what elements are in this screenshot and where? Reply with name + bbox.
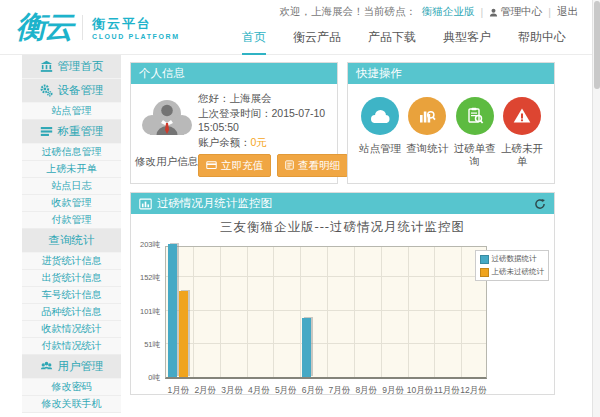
- chart-panel: 过磅情况月统计监控图 三友衡猫企业版---过磅情况月统计监控图 0吨51吨101…: [130, 192, 555, 395]
- brand-name-en: CLOUD PLATFORM: [92, 33, 180, 40]
- recharge-button[interactable]: 立即充值: [198, 154, 271, 177]
- sidebar-item-site-log[interactable]: 站点日志: [22, 178, 121, 195]
- chart-bar: [168, 244, 177, 377]
- sidebar-item-device-mgmt[interactable]: 设备管理: [22, 79, 121, 103]
- quick-action-site-mgmt[interactable]: 站点管理: [357, 97, 403, 168]
- quick-actions-body: 站点管理 查询统计 过磅单查询 上磅未开单: [348, 84, 554, 168]
- chart-x-axis: 1月份2月份3月份4月份5月份6月份7月份8月份9月份10月份11月份12月份: [165, 385, 487, 397]
- y-tick-label: 203吨: [140, 240, 160, 250]
- x-tick-label: 10月份: [407, 385, 434, 397]
- gridline-vertical: [434, 247, 435, 377]
- gridline-vertical: [220, 247, 221, 377]
- balance-label: 账户余额：: [198, 136, 251, 148]
- chart-panel-header: 过磅情况月统计监控图: [131, 193, 554, 214]
- profile-buttons: 立即充值 查看明细: [198, 154, 348, 177]
- nav-tab-help[interactable]: 帮助中心: [518, 29, 566, 55]
- sidebar-item-on-scale-unbilled[interactable]: 上磅未开单: [22, 161, 121, 178]
- sidebar-item-change-password[interactable]: 修改密码: [22, 379, 121, 396]
- chart-search-icon: [408, 97, 446, 135]
- refresh-icon[interactable]: [534, 198, 546, 210]
- gridline-vertical: [300, 247, 301, 377]
- sidebar-item-payment-mgmt[interactable]: 付款管理: [22, 212, 121, 229]
- sidebar-item-vehicle-stats[interactable]: 车号统计信息: [22, 287, 121, 304]
- logout-link[interactable]: 退出: [557, 5, 578, 19]
- sidebar-item-variety-stats[interactable]: 品种统计信息: [22, 304, 121, 321]
- chart-legend: 过磅数据统计上磅未过磅统计: [475, 250, 550, 281]
- sidebar-item-weigh-info[interactable]: 过磅信息管理: [22, 144, 121, 161]
- admin-person-icon: [489, 8, 498, 17]
- quick-action-weigh-slip-query[interactable]: 过磅单查询: [452, 97, 498, 168]
- last-login-line1: 上次登录时间：2015-07-10: [198, 106, 348, 121]
- sidebar-item-receipt-stats[interactable]: 收款情况统计: [22, 321, 121, 338]
- chart-body: 三友衡猫企业版---过磅情况月统计监控图 0吨51吨101吨152吨203吨 1…: [131, 219, 554, 399]
- sidebar-item-admin-home[interactable]: 管理首页: [22, 55, 121, 79]
- sidebar-item-user-mgmt[interactable]: 用户管理: [22, 355, 121, 379]
- sidebar-item-weigh-mgmt[interactable]: 称重管理: [22, 120, 121, 144]
- gridline-horizontal: [166, 310, 486, 311]
- view-details-button[interactable]: 查看明细: [277, 154, 348, 177]
- chart-title: 三友衡猫企业版---过磅情况月统计监控图: [131, 219, 554, 236]
- logo[interactable]: 衡云 衡云平台 CLOUD PLATFORM: [16, 7, 180, 47]
- x-tick-label: 8月份: [353, 385, 380, 397]
- credit-card-icon: [206, 160, 217, 170]
- brand-name-cn: 衡云平台: [92, 15, 180, 33]
- legend-item: 过磅数据统计: [480, 254, 545, 264]
- nav-tab-downloads[interactable]: 产品下载: [368, 29, 416, 55]
- nav-tab-home[interactable]: 首页: [242, 29, 266, 55]
- nav-tab-customers[interactable]: 典型客户: [443, 29, 491, 55]
- profile-info: 您好：上海展会 上次登录时间：2015-07-10 15:05:50 账户余额：…: [198, 86, 348, 177]
- gears-icon: [40, 84, 53, 97]
- edit-user-info-link[interactable]: 修改用户信息: [135, 155, 198, 169]
- logo-mark: 衡云: [16, 7, 72, 47]
- sidebar-item-outbound-stats[interactable]: 出货统计信息: [22, 270, 121, 287]
- x-tick-label: 11月份: [433, 385, 460, 397]
- separator: |: [548, 6, 551, 18]
- quick-actions-header: 快捷操作: [348, 63, 554, 84]
- chart-plot-area: [165, 246, 487, 379]
- vertical-scrollbar[interactable]: [592, 0, 600, 417]
- quick-action-on-scale-unbilled[interactable]: 上磅未开单: [499, 97, 545, 168]
- profile-panel-header: 个人信息: [131, 63, 337, 84]
- nav-tab-products[interactable]: 衡云产品: [293, 29, 341, 55]
- sidebar-item-site-mgmt[interactable]: 站点管理: [22, 103, 121, 120]
- profile-body: 修改用户信息 您好：上海展会 上次登录时间：2015-07-10 15:05:5…: [131, 84, 337, 177]
- sidebar-item-receipt-mgmt[interactable]: 收款管理: [22, 195, 121, 212]
- balance-value: 0元: [251, 136, 267, 148]
- sidebar-item-inbound-stats[interactable]: 进货统计信息: [22, 253, 121, 270]
- sidebar-item-payment-stats[interactable]: 付款情况统计: [22, 338, 121, 355]
- x-tick-label: 3月份: [219, 385, 246, 397]
- chart-bar: [179, 291, 188, 377]
- admin-center-link[interactable]: 管理中心: [489, 5, 542, 19]
- profile-panel: 个人信息 修改用户信息 您好：上海展会 上次登录时间：2015-07-10 15…: [130, 62, 338, 184]
- last-login-line2: 15:05:50: [198, 120, 348, 135]
- x-tick-label: 2月份: [192, 385, 219, 397]
- x-tick-label: 9月份: [380, 385, 407, 397]
- x-tick-label: 5月份: [272, 385, 299, 397]
- bank-icon: [40, 60, 53, 73]
- gridline-vertical: [381, 247, 382, 377]
- gridline-vertical: [327, 247, 328, 377]
- app-header: 衡云 衡云平台 CLOUD PLATFORM 欢迎，上海展会！当前磅点： 衡猫企…: [0, 0, 592, 55]
- quick-action-query-stats[interactable]: 查询统计: [404, 97, 450, 168]
- avatar: [139, 94, 195, 142]
- x-tick-label: 4月份: [246, 385, 273, 397]
- gridline-vertical: [273, 247, 274, 377]
- weigh-list-icon: [40, 125, 53, 138]
- brand-block: 衡云平台 CLOUD PLATFORM: [82, 15, 180, 40]
- bar-chart-icon: [139, 198, 152, 210]
- gridline-vertical: [461, 247, 462, 377]
- scrollbar-thumb[interactable]: [594, 1, 600, 89]
- edition-link[interactable]: 衡猫企业版: [422, 5, 475, 19]
- gridline-vertical: [408, 247, 409, 377]
- gridline-horizontal: [166, 276, 486, 277]
- gridline-horizontal: [166, 343, 486, 344]
- topbar: 欢迎，上海展会！当前磅点： 衡猫企业版 | 管理中心 | 退出: [280, 5, 578, 19]
- sidebar-item-query-stats[interactable]: 查询统计: [22, 229, 121, 253]
- users-icon: [40, 360, 53, 373]
- y-tick-label: 51吨: [144, 340, 160, 350]
- legend-swatch: [480, 255, 489, 264]
- legend-swatch: [480, 268, 489, 277]
- legend-label: 上磅未过磅统计: [492, 267, 545, 277]
- sidebar-item-change-phone[interactable]: 修改关联手机: [22, 396, 121, 413]
- y-tick-label: 101吨: [140, 307, 160, 317]
